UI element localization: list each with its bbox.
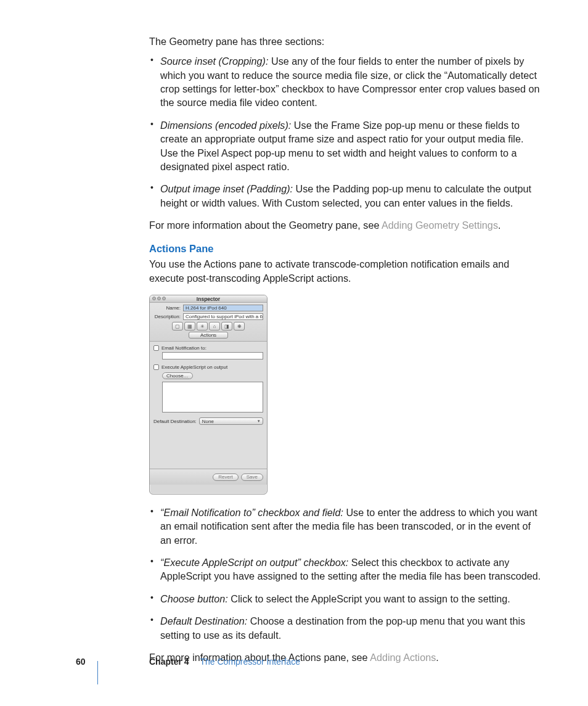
email-notification-label: Email Notification to: [161,345,206,351]
name-field[interactable]: H.264 for iPod 640 [183,305,263,311]
save-button[interactable]: Save [241,474,263,481]
bullet-term: Choose button: [160,593,228,604]
bullet-text: Click to select the AppleScript you want… [228,593,510,604]
email-notification-field[interactable] [162,352,263,359]
list-item: Dimensions (encoded pixels): Use the Fra… [149,118,544,173]
tab-icon[interactable]: ▦ [184,322,195,330]
list-item: Output image inset (Padding): Use the Pa… [149,182,544,210]
bullet-term: “Execute AppleScript on output” checkbox… [160,557,348,568]
list-item: Source inset (Cropping): Use any of the … [149,54,544,109]
bullet-term: Dimensions (encoded pixels): [160,120,291,131]
more-info-suffix: . [498,220,501,231]
default-destination-value: None [202,419,214,424]
tab-icon[interactable]: ◨ [221,322,232,330]
actions-tab[interactable]: Actions [189,332,228,339]
list-item: “Execute AppleScript on output” checkbox… [149,556,544,583]
choose-button[interactable]: Choose… [162,372,193,379]
tab-icon[interactable]: ▢ [172,322,183,330]
traffic-light-close-icon[interactable] [152,297,156,300]
inspector-body: Email Notification to: Execute AppleScri… [150,342,267,485]
list-item: Choose button: Click to select the Apple… [149,592,544,605]
traffic-light-minimize-icon[interactable] [157,297,161,300]
tab-icon[interactable]: ❋ [234,322,245,330]
page-number: 60 [76,657,86,667]
traffic-light-zoom-icon[interactable] [162,297,166,300]
actions-pane-heading: Actions Pane [149,243,544,255]
bullet-term: Default Destination: [160,615,247,626]
geometry-more-info: For more information about the Geometry … [149,218,544,232]
actions-intro: You use the Actions pane to activate tra… [149,257,544,285]
description-field[interactable]: Configured to support iPod with a 640 wi… [183,313,263,320]
more-info-prefix: For more information about the Geometry … [149,220,382,231]
chevron-updown-icon: ▾ [258,419,260,424]
bullet-term: “Email Notification to” checkbox and fie… [160,507,343,518]
geometry-settings-link[interactable]: Adding Geometry Settings [382,220,498,231]
geometry-bullet-list: Source inset (Cropping): Use any of the … [149,54,544,210]
name-label: Name: [153,305,183,311]
inspector-window: Inspector Name: H.264 for iPod 640 Descr… [149,295,267,495]
page-footer: 60 Chapter 4 The Compressor Interface [0,657,588,671]
geometry-intro: The Geometry pane has three sections: [149,35,544,48]
bullet-term: Source inset (Cropping): [160,55,268,67]
applescript-path-field [162,382,263,413]
list-item: Default Destination: Choose a destinatio… [149,614,544,642]
inspector-tab-icons: ▢ ▦ ✳ ⌂ ◨ ❋ [153,322,263,330]
revert-button[interactable]: Revert [213,474,239,481]
inspector-title: Inspector [197,296,220,302]
chapter-label: Chapter 4 [149,657,189,667]
inspector-footer: Revert Save [150,469,267,485]
inspector-titlebar: Inspector [150,295,267,303]
execute-applescript-label: Execute AppleScript on output [161,364,227,370]
default-destination-label: Default Destination: [153,419,197,424]
execute-applescript-checkbox[interactable] [153,364,159,370]
actions-bullet-list: “Email Notification to” checkbox and fie… [149,506,544,642]
email-notification-checkbox[interactable] [153,345,159,351]
description-label: Description: [153,314,183,319]
bullet-term: Output image inset (Padding): [160,183,293,194]
tab-icon[interactable]: ✳ [197,322,208,330]
inspector-header: Name: H.264 for iPod 640 Description: Co… [150,303,267,342]
chapter-title: The Compressor Interface [200,657,300,667]
list-item: “Email Notification to” checkbox and fie… [149,506,544,547]
default-destination-select[interactable]: None ▾ [199,417,263,425]
tab-icon[interactable]: ⌂ [209,322,220,330]
